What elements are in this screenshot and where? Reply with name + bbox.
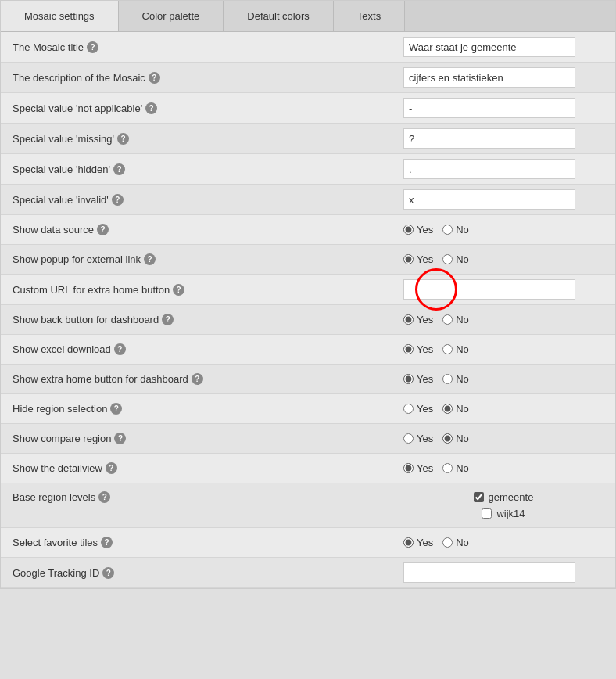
help-icon-mosaic-title[interactable]: ? <box>87 41 98 53</box>
checkbox-wijk14[interactable]: wijk14 <box>482 508 525 519</box>
setting-row-show-data-source: Show data source ? Yes No <box>1 215 615 245</box>
help-icon-hide-region-selection[interactable]: ? <box>110 403 122 415</box>
radio-show-excel-download-yes[interactable]: Yes <box>403 343 433 355</box>
help-icon-show-back-button[interactable]: ? <box>162 314 174 325</box>
setting-row-show-compare-region: Show compare region ? Yes No <box>1 424 615 454</box>
help-icon-custom-url-home[interactable]: ? <box>173 284 184 296</box>
help-icon-show-excel-download[interactable]: ? <box>114 343 126 355</box>
radio-show-extra-home-yes[interactable]: Yes <box>403 373 433 385</box>
settings-container: Mosaic settings Color palette Default co… <box>0 0 616 589</box>
value-mosaic-description <box>403 67 603 88</box>
help-icon-show-extra-home[interactable]: ? <box>192 373 203 385</box>
radio-show-excel-download-no[interactable]: No <box>442 343 469 355</box>
help-icon-special-invalid[interactable]: ? <box>112 194 124 206</box>
radio-select-favorite-tiles-yes[interactable]: Yes <box>403 537 433 548</box>
radio-show-extra-home-no[interactable]: No <box>442 373 469 385</box>
tab-mosaic-settings[interactable]: Mosaic settings <box>1 1 119 31</box>
label-special-not-applicable: Special value 'not applicable' ? <box>13 102 403 114</box>
radio-show-detailview-no[interactable]: No <box>442 462 469 474</box>
value-show-data-source: Yes No <box>403 224 603 235</box>
value-show-excel-download: Yes No <box>403 343 603 355</box>
settings-area: The Mosaic title ? The description of th… <box>1 32 615 588</box>
input-special-not-applicable[interactable] <box>403 98 575 118</box>
value-show-extra-home: Yes No <box>403 373 603 385</box>
value-special-missing <box>403 128 603 149</box>
setting-row-show-detailview: Show the detailview ? Yes No <box>1 454 615 483</box>
radio-hide-region-selection-no[interactable]: No <box>442 403 469 415</box>
radio-show-data-source-no[interactable]: No <box>442 224 469 235</box>
radio-show-back-button-yes[interactable]: Yes <box>403 314 433 325</box>
input-mosaic-title[interactable] <box>403 37 575 57</box>
radio-show-data-source-yes[interactable]: Yes <box>403 224 433 235</box>
setting-row-show-excel-download: Show excel download ? Yes No <box>1 335 615 365</box>
value-hide-region-selection: Yes No <box>403 403 603 415</box>
setting-row-special-hidden: Special value 'hidden' ? <box>1 154 615 185</box>
help-icon-google-tracking-id[interactable]: ? <box>102 567 114 579</box>
label-special-missing: Special value 'missing' ? <box>13 133 403 145</box>
label-show-extra-home: Show extra home button for dashboard ? <box>13 373 403 385</box>
value-show-back-button: Yes No <box>403 314 603 325</box>
value-custom-url-home <box>403 279 603 300</box>
setting-row-base-region-levels: Base region levels ? gemeente wijk14 <box>1 483 615 528</box>
setting-row-mosaic-title: The Mosaic title ? <box>1 32 615 63</box>
label-show-back-button: Show back button for dashboard ? <box>13 314 403 325</box>
tabs-bar: Mosaic settings Color palette Default co… <box>1 1 615 32</box>
radio-show-detailview-yes[interactable]: Yes <box>403 462 433 474</box>
input-google-tracking-id[interactable] <box>403 562 575 583</box>
help-icon-special-not-applicable[interactable]: ? <box>145 102 157 114</box>
value-show-popup-external: Yes No <box>403 253 603 265</box>
help-icon-mosaic-description[interactable]: ? <box>149 72 160 84</box>
help-icon-show-popup-external[interactable]: ? <box>144 253 156 265</box>
label-mosaic-description: The description of the Mosaic ? <box>13 72 403 84</box>
value-base-region-levels: gemeente wijk14 <box>403 491 603 519</box>
help-icon-show-compare-region[interactable]: ? <box>114 433 126 444</box>
tab-color-palette[interactable]: Color palette <box>119 1 224 31</box>
help-icon-select-favorite-tiles[interactable]: ? <box>101 537 113 548</box>
label-google-tracking-id: Google Tracking ID ? <box>13 567 403 579</box>
label-show-popup-external: Show popup for external link ? <box>13 253 403 265</box>
label-show-detailview: Show the detailview ? <box>13 462 403 474</box>
radio-show-compare-region-yes[interactable]: Yes <box>403 433 433 444</box>
setting-row-special-invalid: Special value 'invalid' ? <box>1 185 615 215</box>
help-icon-show-data-source[interactable]: ? <box>97 224 109 235</box>
radio-show-popup-external-yes[interactable]: Yes <box>403 253 433 265</box>
input-mosaic-description[interactable] <box>403 67 575 88</box>
tab-texts[interactable]: Texts <box>334 1 405 31</box>
value-special-invalid <box>403 189 603 210</box>
value-mosaic-title <box>403 37 603 57</box>
setting-row-google-tracking-id: Google Tracking ID ? <box>1 558 615 588</box>
label-mosaic-title: The Mosaic title ? <box>13 41 403 53</box>
value-google-tracking-id <box>403 562 603 583</box>
setting-row-show-back-button: Show back button for dashboard ? Yes No <box>1 305 615 335</box>
input-special-missing[interactable] <box>403 128 575 149</box>
input-special-invalid[interactable] <box>403 189 575 210</box>
setting-row-custom-url-home: Custom URL for extra home button ? <box>1 275 615 305</box>
tab-default-colors[interactable]: Default colors <box>224 1 333 31</box>
radio-show-back-button-no[interactable]: No <box>442 314 469 325</box>
radio-show-popup-external-no[interactable]: No <box>442 253 469 265</box>
label-special-hidden: Special value 'hidden' ? <box>13 163 403 175</box>
radio-select-favorite-tiles-no[interactable]: No <box>442 537 469 548</box>
setting-row-hide-region-selection: Hide region selection ? Yes No <box>1 394 615 424</box>
value-special-hidden <box>403 159 603 179</box>
setting-row-show-popup-external: Show popup for external link ? Yes No <box>1 245 615 275</box>
setting-row-special-not-applicable: Special value 'not applicable' ? <box>1 93 615 124</box>
label-show-excel-download: Show excel download ? <box>13 343 403 355</box>
help-icon-base-region-levels[interactable]: ? <box>98 491 110 503</box>
label-custom-url-home: Custom URL for extra home button ? <box>13 284 403 296</box>
help-icon-show-detailview[interactable]: ? <box>106 462 117 474</box>
input-custom-url-home[interactable] <box>403 279 575 300</box>
help-icon-special-hidden[interactable]: ? <box>113 163 125 175</box>
label-show-compare-region: Show compare region ? <box>13 433 403 444</box>
setting-row-show-extra-home: Show extra home button for dashboard ? Y… <box>1 365 615 394</box>
checkbox-gemeente[interactable]: gemeente <box>474 491 534 503</box>
help-icon-special-missing[interactable]: ? <box>117 133 129 145</box>
setting-row-special-missing: Special value 'missing' ? <box>1 124 615 154</box>
label-hide-region-selection: Hide region selection ? <box>13 403 403 415</box>
radio-show-compare-region-no[interactable]: No <box>442 433 469 444</box>
label-select-favorite-tiles: Select favorite tiles ? <box>13 537 403 548</box>
value-special-not-applicable <box>403 98 603 118</box>
setting-row-mosaic-description: The description of the Mosaic ? <box>1 63 615 93</box>
input-special-hidden[interactable] <box>403 159 575 179</box>
radio-hide-region-selection-yes[interactable]: Yes <box>403 403 433 415</box>
